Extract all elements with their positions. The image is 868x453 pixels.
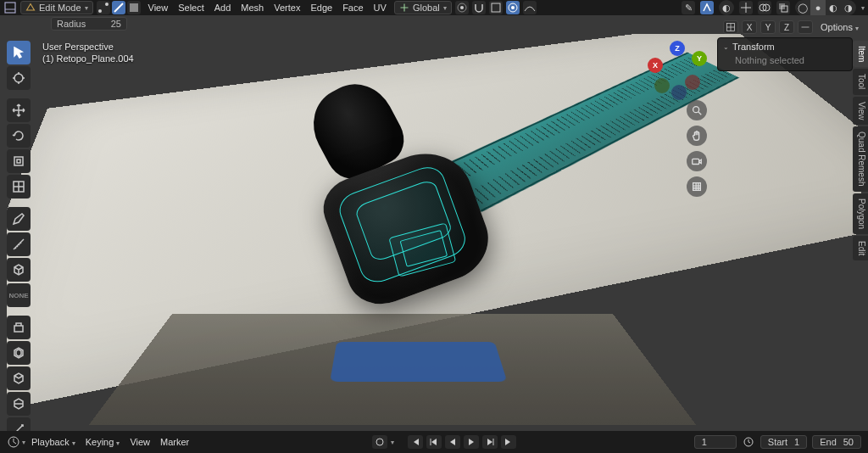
tab-tool[interactable]: Tool bbox=[853, 69, 868, 94]
tool-add-cube[interactable] bbox=[7, 258, 31, 282]
gizmo-axis-z[interactable]: Z bbox=[670, 41, 685, 56]
nav-gizmo[interactable]: Z X Y bbox=[648, 41, 707, 100]
tool-scale[interactable] bbox=[7, 149, 31, 173]
gizmo-axis-y[interactable]: Y bbox=[692, 51, 707, 66]
vertex-select-icon[interactable] bbox=[97, 1, 110, 14]
edge-select-icon[interactable] bbox=[112, 1, 125, 14]
svg-rect-17 bbox=[14, 326, 23, 332]
tab-view[interactable]: View bbox=[853, 97, 868, 126]
options-menu[interactable]: Options ▾ bbox=[816, 21, 863, 33]
timeline-menu-keying[interactable]: Keying ▾ bbox=[81, 436, 125, 448]
svg-rect-0 bbox=[5, 3, 15, 13]
axis-x-button[interactable]: X bbox=[742, 20, 757, 34]
nav-persp-icon[interactable] bbox=[687, 176, 707, 197]
tool-transform[interactable] bbox=[7, 175, 31, 199]
left-toolbar: NONE bbox=[7, 41, 34, 453]
menu-select[interactable]: Select bbox=[174, 2, 209, 14]
snap-toggle-icon[interactable] bbox=[472, 1, 486, 14]
tab-edit[interactable]: Edit bbox=[853, 236, 868, 260]
proportional-edit-icon[interactable] bbox=[506, 1, 520, 14]
gizmo-axis-x[interactable]: X bbox=[648, 58, 663, 73]
tool-loop-cut[interactable] bbox=[7, 392, 31, 416]
play-reverse-icon[interactable] bbox=[445, 435, 460, 449]
axis-z-button[interactable]: Z bbox=[779, 20, 794, 34]
shading-rendered-icon[interactable]: ◑ bbox=[841, 0, 856, 15]
tool-bevel[interactable] bbox=[7, 366, 31, 390]
menu-edge[interactable]: Edge bbox=[306, 2, 337, 14]
jump-end-icon[interactable] bbox=[501, 435, 516, 449]
axis-extra-icon[interactable] bbox=[798, 20, 813, 34]
menu-vertex[interactable]: Vertex bbox=[270, 2, 304, 14]
tool-cursor[interactable] bbox=[7, 66, 31, 90]
orientation-select[interactable]: Global ▾ bbox=[394, 1, 452, 14]
shading-wire-icon[interactable]: ◯ bbox=[795, 0, 810, 15]
tool-extrude-region[interactable] bbox=[7, 316, 31, 339]
retopo-overlay-icon[interactable] bbox=[700, 1, 714, 14]
editor-type-icon[interactable] bbox=[3, 1, 17, 14]
play-icon[interactable] bbox=[464, 435, 479, 449]
chevron-down-icon[interactable]: ▾ bbox=[391, 439, 394, 446]
gizmo-toggle-icon[interactable] bbox=[739, 1, 753, 14]
orientation-label: Global bbox=[413, 3, 440, 13]
menu-add[interactable]: Add bbox=[210, 2, 236, 14]
tool-move[interactable] bbox=[7, 98, 31, 122]
end-frame-field[interactable]: End 50 bbox=[812, 435, 861, 449]
prev-key-icon[interactable] bbox=[426, 435, 442, 449]
svg-rect-6 bbox=[492, 3, 500, 12]
current-frame-value: 1 bbox=[702, 437, 707, 447]
nav-camera-icon[interactable] bbox=[687, 151, 707, 171]
visibility-toggle-icon[interactable]: ◐ bbox=[719, 0, 734, 15]
nav-pan-icon[interactable] bbox=[687, 126, 707, 146]
nav-zoom-icon[interactable] bbox=[687, 100, 707, 120]
axis-y-button[interactable]: Y bbox=[760, 20, 776, 34]
shading-dropdown-icon[interactable]: ▾ bbox=[861, 4, 865, 12]
face-select-icon[interactable] bbox=[127, 1, 141, 14]
shading-matpreview-icon[interactable]: ◐ bbox=[826, 0, 841, 15]
tab-polygon[interactable]: Polygon bbox=[853, 193, 868, 234]
radius-field[interactable]: Radius 25 bbox=[51, 17, 127, 31]
menu-uv[interactable]: UV bbox=[370, 2, 391, 14]
frame-range-icon[interactable] bbox=[742, 435, 755, 449]
xray-toggle-icon[interactable] bbox=[776, 1, 790, 14]
tab-item[interactable]: Item bbox=[853, 41, 868, 67]
next-key-icon[interactable] bbox=[482, 435, 498, 449]
tool-none[interactable]: NONE bbox=[7, 283, 31, 307]
gizmo-axis-neg[interactable] bbox=[654, 78, 670, 93]
start-value: 1 bbox=[794, 437, 799, 447]
chevron-down-icon[interactable]: ▾ bbox=[22, 439, 25, 446]
n-panel-tabs: Item Tool View Quad Remesh Polygon Edit bbox=[853, 41, 868, 260]
gizmo-axis-neg[interactable] bbox=[685, 75, 700, 90]
overlays-toggle-icon[interactable] bbox=[758, 1, 771, 14]
gizmo-axis-neg[interactable] bbox=[671, 85, 687, 100]
menu-view[interactable]: View bbox=[144, 2, 173, 14]
pivot-icon[interactable] bbox=[455, 1, 469, 14]
timeline-menu-view[interactable]: View bbox=[125, 436, 154, 448]
mode-select[interactable]: Edit Mode ▾ bbox=[20, 1, 93, 14]
falloff-icon[interactable] bbox=[523, 1, 537, 14]
tool-annotate[interactable] bbox=[7, 207, 31, 231]
axis-grid-icon[interactable] bbox=[723, 20, 738, 34]
snap-type-icon[interactable] bbox=[489, 1, 503, 14]
tab-quadremesh[interactable]: Quad Remesh bbox=[853, 126, 868, 191]
start-frame-field[interactable]: Start 1 bbox=[760, 435, 807, 449]
shading-solid-icon[interactable]: ● bbox=[810, 0, 826, 15]
timeline-menu-playback[interactable]: Playback ▾ bbox=[27, 436, 80, 448]
viewport-3d[interactable] bbox=[7, 34, 861, 428]
header-right: ✎ ◐ ◯ ● ◐ ◑ ▾ bbox=[682, 0, 865, 15]
timeline-menu-marker[interactable]: Marker bbox=[156, 436, 193, 448]
tool-inset[interactable] bbox=[7, 341, 31, 365]
n-panel-header[interactable]: ⌄ Transform bbox=[723, 42, 847, 52]
start-label: Start bbox=[768, 437, 787, 447]
menu-mesh[interactable]: Mesh bbox=[236, 2, 268, 14]
tool-measure[interactable] bbox=[7, 232, 31, 256]
jump-start-icon[interactable] bbox=[408, 435, 423, 449]
tool-rotate[interactable] bbox=[7, 124, 31, 148]
current-frame-field[interactable]: 1 bbox=[694, 435, 737, 449]
timeline-editor-icon[interactable] bbox=[7, 435, 20, 449]
tool-select-box[interactable] bbox=[7, 41, 31, 64]
mesh-edit-options-icon[interactable]: ✎ bbox=[682, 1, 695, 14]
autokey-icon[interactable] bbox=[372, 435, 387, 449]
axis-options-bar: X Y Z Options ▾ bbox=[723, 19, 863, 36]
menu-face[interactable]: Face bbox=[338, 2, 367, 14]
svg-point-4 bbox=[460, 6, 464, 9]
